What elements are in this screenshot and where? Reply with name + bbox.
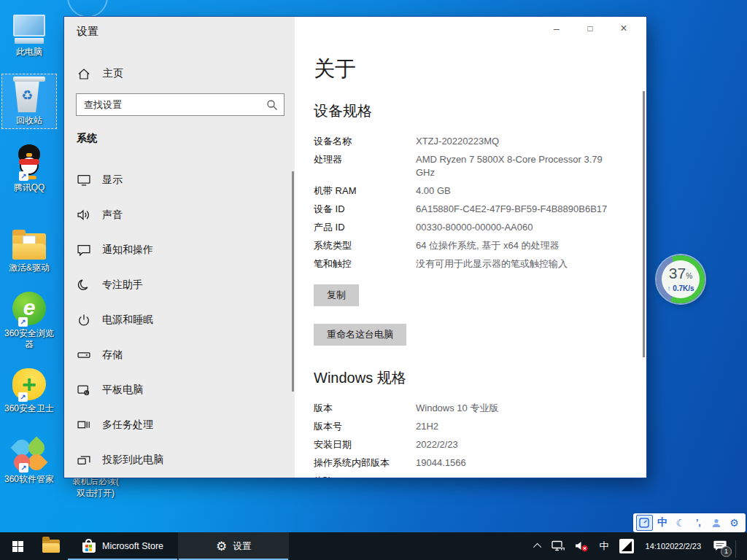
desktop-icon-label: 激活&驱动 [0, 262, 58, 273]
window-title: 设置 [77, 25, 98, 39]
sidebar-item-multitasking[interactable]: 多任务处理 [64, 408, 295, 443]
sidebar-item-focus-assist[interactable]: 专注助手 [64, 268, 295, 303]
desktop-icon-this-pc[interactable]: 此电脑 [0, 9, 58, 58]
clock-date: 2022/2/23 [665, 542, 701, 551]
recycle-bin-icon [0, 77, 58, 112]
ime-user-icon[interactable] [708, 515, 725, 531]
windows-spec-heading: Windows 规格 [314, 368, 406, 388]
shortcut-arrow-icon: ↗ [18, 317, 28, 327]
ime-toolbar: 中 ☾ ’, ⚙ [633, 513, 746, 532]
ime-status-icon[interactable] [636, 515, 653, 531]
rename-pc-button[interactable]: 重命名这台电脑 [314, 324, 406, 346]
tray-overflow-chevron[interactable] [532, 532, 545, 560]
ime-language-indicator[interactable]: 中 [596, 532, 613, 560]
sidebar-item-home[interactable]: 主页 [64, 61, 295, 87]
sogou-ime-icon[interactable] [616, 532, 638, 560]
settings-gear-icon: ⚙ [216, 540, 227, 553]
speaker-icon [77, 209, 91, 222]
this-pc-icon [0, 9, 58, 44]
sidebar-item-power-sleep[interactable]: 电源和睡眠 [64, 303, 295, 338]
sidebar-item-notifications[interactable]: 通知和操作 [64, 233, 295, 268]
desktop-icon-readme-label[interactable]: 装机后必读( 双击打开) [63, 475, 128, 499]
network-icon[interactable] [548, 532, 568, 560]
spec-row: 版本号 21H2 [314, 420, 635, 438]
360-browser-icon: e ↗ [0, 290, 58, 325]
speed-ball-inner: 37% ↑ 0.7K/s [662, 260, 700, 298]
page-title: 关于 [314, 55, 356, 84]
tablet-icon [77, 384, 91, 397]
spec-row: 操作系统内部版本 19044.1566 [314, 456, 635, 475]
spec-row: 安装日期 2022/2/23 [314, 438, 635, 456]
notification-count-badge: 1 [721, 546, 732, 557]
power-icon [77, 314, 91, 327]
settings-content: 关于 设备规格 设备名称 XTZJ-20220223MQ 处理器 AMD Ryz… [295, 17, 646, 478]
desktop-icon-label: 回收站 [0, 115, 58, 126]
360-safe-icon: + ↗ [0, 365, 58, 400]
desktop-icon-label: 360安全卫士 [0, 403, 58, 414]
content-scrollbar[interactable] [643, 91, 645, 357]
sidebar-scrollbar[interactable] [292, 171, 294, 392]
memory-percent: 37% [662, 265, 700, 284]
speed-ball-widget[interactable]: 37% ↑ 0.7K/s [657, 255, 705, 303]
desktop-icon-qq[interactable]: ↗ 腾讯QQ [0, 144, 58, 193]
desktop-icon-recycle-bin[interactable]: 回收站 [0, 77, 58, 126]
sidebar-home-label: 主页 [103, 67, 123, 80]
display-icon [77, 174, 91, 187]
taskbar: Microsoft Store ⚙ 设置 中 [0, 532, 747, 560]
windows-spec-rows: 版本 Windows 10 专业版 版本号 21H2 安装日期 2022/2/2… [314, 402, 635, 478]
spec-row: 设备 ID 6A15880F-C4E2-47F9-BF59-F4B8890B6B… [314, 203, 635, 221]
spec-row: 设备名称 XTZJ-20220223MQ [314, 135, 635, 153]
ime-settings-gear-icon[interactable]: ⚙ [726, 515, 743, 531]
desktop-icon-drivers-folder[interactable]: 激活&驱动 [0, 225, 58, 273]
settings-window: 设置 主页 系统 显示 [64, 17, 646, 478]
desktop-icon-label: 此电脑 [0, 47, 58, 58]
device-spec-rows: 设备名称 XTZJ-20220223MQ 处理器 AMD Ryzen 7 580… [314, 135, 635, 276]
spec-row: 版本 Windows 10 专业版 [314, 402, 635, 420]
taskbar-button-settings[interactable]: ⚙ 设置 [178, 532, 289, 560]
volume-muted-icon[interactable] [571, 532, 593, 560]
sidebar-nav: 显示 声音 通知和操作 专注助手 [64, 163, 295, 478]
maximize-button[interactable]: □ [573, 17, 607, 40]
spec-row: 机带 RAM 4.00 GB [314, 184, 635, 203]
sidebar-item-display[interactable]: 显示 [64, 163, 295, 198]
wallpaper-circle [67, 0, 108, 18]
sidebar-item-sound[interactable]: 声音 [64, 198, 295, 233]
shortcut-arrow-icon: ↗ [18, 392, 28, 402]
desktop-icon-360-browser[interactable]: e ↗ 360安全浏览器 [0, 290, 58, 350]
network-speed: ↑ 0.7K/s [662, 284, 700, 293]
start-button[interactable] [0, 532, 35, 560]
device-spec-heading: 设备规格 [314, 101, 372, 121]
sidebar-section-system: 系统 [77, 132, 97, 145]
action-center-button[interactable]: 1 [709, 532, 731, 560]
sidebar-item-tablet[interactable]: 平板电脑 [64, 373, 295, 408]
windows-logo-icon [12, 541, 23, 552]
tray-separator [735, 540, 736, 558]
taskbar-button-microsoft-store[interactable]: Microsoft Store [67, 532, 178, 560]
spec-row: 笔和触控 没有可用于此显示器的笔或触控输入 [314, 257, 635, 276]
moon-icon [77, 279, 91, 292]
shortcut-arrow-icon: ↗ [19, 463, 28, 472]
search-icon[interactable] [266, 99, 278, 111]
ime-night-mode-icon[interactable]: ☾ [672, 515, 689, 531]
folder-icon [0, 225, 58, 260]
microsoft-store-icon [82, 539, 96, 553]
sidebar-item-storage[interactable]: 存储 [64, 338, 295, 373]
desktop-icon-label: 360软件管家 [0, 474, 58, 485]
close-button[interactable]: × [607, 17, 640, 40]
search-input[interactable] [77, 94, 284, 115]
desktop-icon-360-manager[interactable]: ↗ 360软件管家 [0, 436, 58, 485]
explorer-folder-icon [42, 540, 60, 553]
project-icon [77, 454, 91, 467]
copy-button[interactable]: 复制 [314, 284, 359, 306]
taskbar-clock[interactable]: 14:10 2022/2/23 [640, 532, 706, 560]
storage-icon [77, 349, 91, 362]
minimize-button[interactable]: – [540, 17, 573, 40]
spec-row: 系统类型 64 位操作系统, 基于 x64 的处理器 [314, 239, 635, 257]
notification-bubble-icon [77, 244, 91, 257]
ime-mode-toggle[interactable]: 中 [654, 515, 671, 531]
desktop-icon-360-safe[interactable]: + ↗ 360安全卫士 [0, 365, 58, 414]
sidebar-item-projecting[interactable]: 投影到此电脑 [64, 443, 295, 478]
file-explorer-button[interactable] [35, 532, 67, 560]
settings-search-box [76, 93, 285, 116]
ime-punctuation-icon[interactable]: ’, [690, 515, 707, 531]
